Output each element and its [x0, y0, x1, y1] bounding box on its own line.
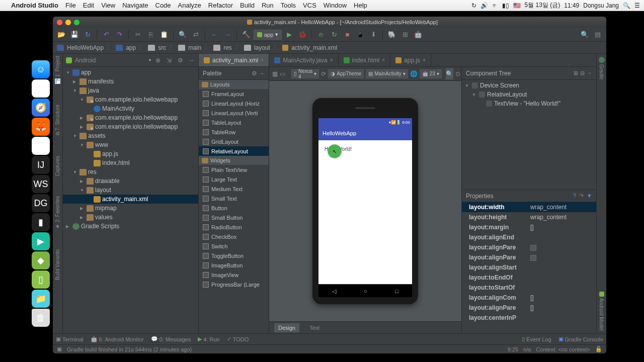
tool-structure-tab[interactable]: ⧉ 7: Structure [55, 105, 61, 135]
dock-chrome[interactable]: ◉ [32, 137, 50, 155]
menu-navigate[interactable]: Navigate [122, 2, 148, 9]
rotate-icon[interactable]: ⟳ [321, 68, 326, 79]
settings-icon[interactable]: ▤ [592, 29, 603, 40]
crumb-src[interactable]: src [158, 44, 166, 51]
save-icon[interactable]: 💾 [69, 29, 80, 40]
tree-item-com-example-iolo-hellowebapp[interactable]: ▶com.example.iolo.hellowebapp [63, 122, 198, 131]
copy-icon[interactable]: ⎘ [145, 29, 156, 40]
hide-icon[interactable]: → [587, 70, 592, 76]
tree-item-res[interactable]: ▼res [63, 167, 198, 176]
dock-intellij[interactable]: IJ [32, 156, 50, 174]
menu-icon[interactable]: ☰ [634, 2, 640, 9]
menu-window[interactable]: Window [324, 2, 347, 9]
crumb-project[interactable]: HelloWebApp [67, 44, 104, 51]
theme-dropdown[interactable]: ◑ AppTheme [328, 69, 364, 78]
dock-folder[interactable]: 📁 [32, 290, 50, 308]
palette-item-medium-text[interactable]: Medium Text [199, 184, 269, 194]
project-view-mode[interactable]: Android [75, 57, 146, 64]
prop-layout-centerinp[interactable]: layout:centerInP [462, 313, 596, 323]
bt-messages[interactable]: 💬 0: Messages [151, 336, 191, 342]
crumb-layout[interactable]: layout [254, 44, 270, 51]
palette-item-plain-textview[interactable]: Plain TextView [199, 165, 269, 174]
prop-layout-alignend[interactable]: layout:alignEnd [462, 232, 596, 242]
crumb-res[interactable]: res [223, 44, 232, 51]
window-zoom-button[interactable] [74, 20, 79, 25]
palette-item-progressbar-large[interactable]: ProgressBar (Large [199, 280, 269, 289]
tree-item-manifests[interactable]: ▶manifests [63, 77, 198, 86]
dock-android[interactable]: ▯ [32, 270, 50, 289]
palette-item-relativelayout[interactable]: RelativeLayout [199, 146, 269, 156]
palette-item-imagebutton[interactable]: ImageButton [199, 260, 269, 270]
device-dropdown[interactable]: ▯ Nexus 4 ▾ [291, 69, 319, 78]
palette-item-small-text[interactable]: Small Text [199, 194, 269, 203]
dock-firefox[interactable]: 🦊 [32, 118, 50, 136]
palette-cat-layouts[interactable]: Layouts [199, 80, 269, 89]
project-tree[interactable]: ▼app▶manifests▼java▼com.example.iolo.hel… [63, 67, 198, 333]
tool-gradle-tab[interactable]: Gradle [599, 57, 605, 79]
flag-icon[interactable]: 🇺🇸 [513, 2, 521, 9]
filter-icon[interactable]: ▼ [587, 193, 592, 199]
menu-run[interactable]: Run [262, 2, 274, 9]
menubar-date[interactable]: 5월 13일 (금) [525, 1, 560, 10]
palette-item-button[interactable]: Button [199, 203, 269, 213]
tool-project-tab[interactable]: 📊 1: Project [55, 56, 60, 84]
component-relativelayout[interactable]: ▼RelativeLayout [462, 90, 596, 99]
tree-item-java[interactable]: ▼java [63, 86, 198, 95]
zoom-actual-icon[interactable]: ⊙ [455, 68, 460, 79]
android-icon-tb[interactable]: 🤖 [413, 29, 424, 40]
menu-file[interactable]: File [65, 2, 76, 9]
palette-item-framelayout[interactable]: FrameLayout [199, 89, 269, 99]
prop-layout-alignpare[interactable]: ▶layout:alignPare[] [462, 303, 596, 313]
prop-layout-width[interactable]: layout:widthwrap_content [462, 202, 596, 212]
menubar-user[interactable]: Dongsu Jang [583, 2, 619, 9]
editor-tab-mainactivity-java[interactable]: MainActivity.java× [269, 54, 338, 66]
attach-icon[interactable]: ⎋ [315, 29, 327, 40]
undo-icon[interactable]: ↶ [101, 29, 112, 40]
palette-item-radiobutton[interactable]: RadioButton [199, 222, 269, 232]
tree-item-app[interactable]: ▼app [63, 68, 198, 77]
tool-favorites-tab[interactable]: ★ 2: Favorites [55, 196, 60, 229]
tab-text[interactable]: Text [305, 323, 324, 332]
layout-content[interactable]: Hello World! ↖ [318, 140, 412, 284]
tree-item-assets[interactable]: ▼assets [63, 131, 198, 140]
replace-icon[interactable]: ⇄ [190, 29, 201, 40]
menu-edit[interactable]: Edit [83, 2, 94, 9]
activity-dropdown[interactable]: ▤ MainActivity ▾ [366, 69, 408, 78]
prop-layout-alignpare[interactable]: layout:alignPare [462, 242, 596, 252]
avd-icon[interactable]: 📱 [355, 29, 366, 40]
tree-item-com-example-iolo-hellowebapp[interactable]: ▼com.example.iolo.hellowebapp [63, 95, 198, 104]
tab-design[interactable]: Design [274, 323, 299, 332]
prop-layout-toendof[interactable]: layout:toEndOf [462, 273, 596, 283]
tree-item-drawable[interactable]: ▶drawable [63, 176, 198, 186]
tree-item-index-html[interactable]: index.html [63, 158, 198, 167]
component-tree[interactable]: ▼Device Screen▼RelativeLayoutTextView - … [462, 80, 596, 109]
tool-android-model-tab[interactable]: Android Model [599, 292, 604, 330]
menu-build[interactable]: Build [240, 2, 255, 9]
palette-item-gridlayout[interactable]: GridLayout [199, 137, 269, 146]
stop-icon[interactable]: ■ [342, 29, 353, 40]
reset-icon[interactable]: ↷ [579, 193, 584, 199]
open-icon[interactable]: 📂 [56, 29, 67, 40]
hide-icon[interactable]: → [187, 57, 195, 64]
editor-tab-index-html[interactable]: index.html× [339, 54, 391, 66]
api-dropdown[interactable]: 🤖 23 ▾ [420, 69, 442, 78]
tool-captures-tab[interactable]: Captures [55, 156, 60, 176]
dock-app[interactable]: ▶ [32, 232, 50, 250]
palette-item-togglebutton[interactable]: ToggleButton [199, 251, 269, 260]
dock-itunes[interactable]: ♫ [32, 79, 50, 98]
back-icon[interactable]: ← [209, 29, 220, 40]
tree-item-mipmap[interactable]: ▶mipmap [63, 204, 198, 213]
wifi-icon[interactable]: ᯤ [492, 2, 498, 9]
run-config-dropdown[interactable]: app▾ [254, 30, 282, 40]
app-name[interactable]: Android Studio [11, 2, 58, 9]
tree-item-mainactivity[interactable]: MainActivity [63, 104, 198, 113]
debug-icon[interactable]: 🐞 [297, 29, 308, 40]
prop-layout-height[interactable]: layout:heightwrap_content [462, 212, 596, 222]
crumb-file[interactable]: activity_main.xml [291, 44, 337, 51]
palette-item-linearlayout-verti[interactable]: LinearLayout (Verti [199, 108, 269, 118]
dock-webstorm[interactable]: WS [32, 175, 50, 193]
tool-build-variants-tab[interactable]: Build Variants [55, 249, 60, 280]
zoom-fit-icon[interactable]: 🔍 [446, 68, 453, 79]
bt-android-monitor[interactable]: 🤖 6: Android Monitor [91, 336, 144, 342]
palette-cat-widgets[interactable]: Widgets [199, 156, 269, 165]
